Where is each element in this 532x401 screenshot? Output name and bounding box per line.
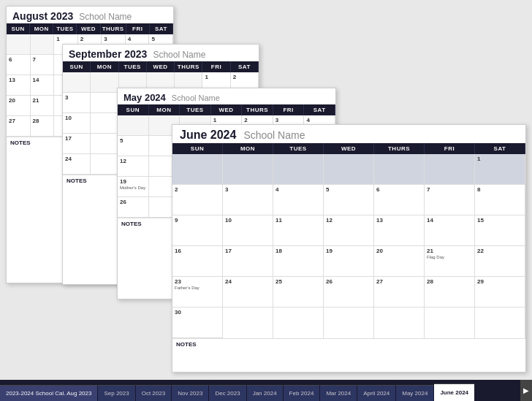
table-row: 26 xyxy=(324,277,374,308)
sep-col-fri: FRI xyxy=(202,61,230,72)
table-row: 14 xyxy=(31,75,55,96)
tabs-bar: 2023-2024 School Cal. Aug 2023 Sep 2023 … xyxy=(0,380,532,401)
sep-title-area: September 2023 School Name xyxy=(63,45,259,61)
jun-school-name: School Name xyxy=(243,129,305,141)
table-row xyxy=(223,308,273,338)
table-row: 23Father's Day xyxy=(172,277,223,308)
tab-jan-2024[interactable]: Jan 2024 xyxy=(247,385,284,401)
aug-col-sun: SUN xyxy=(7,23,30,34)
table-row: 13 xyxy=(374,215,425,246)
may-col-wed: WED xyxy=(211,104,243,115)
table-row: 11 xyxy=(273,215,324,246)
jun-col-mon: MON xyxy=(223,143,273,154)
table-row: 24 xyxy=(63,154,91,175)
table-row: 14 xyxy=(425,215,475,246)
aug-col-fri: FRI xyxy=(126,23,150,34)
table-row xyxy=(91,93,118,113)
tab-dec-2023[interactable]: Dec 2023 xyxy=(209,385,246,401)
sep-col-wed: WED xyxy=(147,61,175,72)
table-row: 7 xyxy=(425,185,475,215)
table-row: 20 xyxy=(374,246,425,277)
aug-school-name: School Name xyxy=(79,12,132,22)
tab-mar-2024[interactable]: Mar 2024 xyxy=(320,385,357,401)
table-row: 21 xyxy=(31,96,55,116)
tab-april-2024[interactable]: April 2024 xyxy=(357,385,396,401)
table-row: 2 xyxy=(172,185,223,215)
may-school-name: School Name xyxy=(172,93,220,102)
jun-title-area: June 2024 School Name xyxy=(172,125,525,143)
may-month-label: May 2024 xyxy=(123,92,166,103)
table-row: 1 xyxy=(475,154,525,185)
table-row xyxy=(273,308,324,338)
sep-col-sun: SUN xyxy=(63,61,91,72)
table-row: 28 xyxy=(31,116,55,137)
table-row: 21Flag Day xyxy=(425,246,475,277)
tab-oct-2023[interactable]: Oct 2023 xyxy=(136,385,172,401)
table-row xyxy=(425,154,475,185)
tab-2023-2024-aug[interactable]: 2023-2024 School Cal. Aug 2023 xyxy=(0,385,98,401)
tab-nov-2023[interactable]: Nov 2023 xyxy=(172,385,209,401)
table-row: 19Mother's Day xyxy=(118,177,149,197)
table-row: 22 xyxy=(475,246,525,277)
table-row xyxy=(7,34,31,55)
table-row: 27 xyxy=(7,116,31,137)
may-col-sun: SUN xyxy=(118,104,149,115)
table-row: 19 xyxy=(324,246,374,277)
jun-grid: 1 2 3 4 5 6 7 8 9 10 11 12 13 14 15 16 1… xyxy=(172,154,525,338)
tab-scroll-right[interactable]: ▶ xyxy=(520,380,532,401)
table-row: 4 xyxy=(273,185,324,215)
may-col-sat: SAT xyxy=(304,104,335,115)
aug-col-sat: SAT xyxy=(150,23,173,34)
aug-col-tue: TUES xyxy=(53,23,77,34)
table-row xyxy=(324,154,374,185)
may-col-thu: THURS xyxy=(242,104,273,115)
tab-feb-2024[interactable]: Feb 2024 xyxy=(284,385,321,401)
table-row xyxy=(223,154,273,185)
table-row xyxy=(374,308,425,338)
aug-header-row: SUN MON TUES WED THURS FRI SAT xyxy=(7,23,173,34)
table-row: 20 xyxy=(7,96,31,116)
table-row: 7 xyxy=(31,55,55,75)
jun-notes: NOTES xyxy=(172,338,525,350)
table-row: 29 xyxy=(475,277,525,308)
tab-sep-2023[interactable]: Sep 2023 xyxy=(98,385,135,401)
aug-col-mon: MON xyxy=(30,23,53,34)
main-area: 2023-2024 SCHOOL CALENDAR August 2023 Sc… xyxy=(0,0,532,380)
sep-col-sat: SAT xyxy=(231,61,259,72)
table-row: 26 xyxy=(118,197,149,218)
june-calendar: June 2024 School Name SUN MON TUES WED T… xyxy=(172,124,526,373)
table-row xyxy=(31,34,55,55)
table-row xyxy=(324,308,374,338)
table-row: 5 xyxy=(118,136,149,156)
table-row: 17 xyxy=(223,246,273,277)
may-col-fri: FRI xyxy=(273,104,305,115)
table-row: 25 xyxy=(273,277,324,308)
jun-col-thu: THURS xyxy=(374,143,425,154)
table-row xyxy=(475,308,525,338)
table-row: 12 xyxy=(324,215,374,246)
table-row xyxy=(172,154,223,185)
sep-col-thu: THURS xyxy=(175,61,202,72)
table-row xyxy=(91,154,118,175)
may-title-area: May 2024 School Name xyxy=(118,88,335,104)
sep-school-name: School Name xyxy=(153,50,205,60)
tab-may-2024[interactable]: May 2024 xyxy=(396,385,434,401)
table-row xyxy=(91,72,118,93)
table-row xyxy=(425,308,475,338)
table-row: 12 xyxy=(118,156,149,177)
table-row: 17 xyxy=(63,134,91,154)
table-row: 10 xyxy=(63,113,91,134)
table-row: 18 xyxy=(273,246,324,277)
table-row xyxy=(273,154,324,185)
jun-month-label: June 2024 xyxy=(180,129,236,142)
table-row: 24 xyxy=(223,277,273,308)
table-row: 6 xyxy=(7,55,31,75)
table-row: 13 xyxy=(7,75,31,96)
table-row: 30 xyxy=(172,308,223,338)
aug-col-thu: THURS xyxy=(101,23,126,34)
table-row: 28 xyxy=(425,277,475,308)
table-row: 27 xyxy=(374,277,425,308)
table-row xyxy=(91,113,118,134)
table-row: 15 xyxy=(475,215,525,246)
tab-june-2024[interactable]: June 2024 xyxy=(434,383,475,401)
